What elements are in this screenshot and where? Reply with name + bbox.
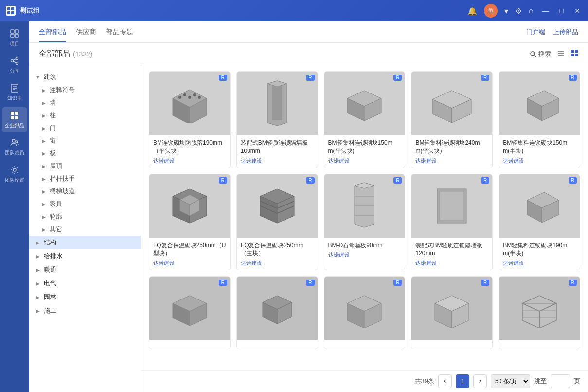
tab-all-parts[interactable]: 全部部品 — [39, 22, 66, 42]
svg-rect-31 — [571, 54, 574, 56]
arrow-railing: ▶ — [41, 176, 47, 182]
part-thumb-9: R — [499, 174, 580, 238]
tree-child-slab[interactable]: ▶ 板 — [37, 147, 141, 160]
part-card-1[interactable]: R 装配式BM轻质连锁隔墙板100mm 达诺建设 — [236, 71, 318, 168]
part-name-1: 装配式BM轻质连锁隔墙板100mm — [241, 139, 314, 155]
arrow-annotation: ▶ — [41, 88, 47, 93]
minimize-button[interactable]: — — [540, 7, 551, 15]
part-card-9[interactable]: R BM轻集料连锁砌块190m m(半块) 达诺建设 — [499, 174, 580, 271]
tree-child-other[interactable]: ▶ 其它 — [37, 223, 141, 236]
part-name-7: BM-D石膏墙板90mm — [328, 242, 401, 250]
part-card-10[interactable]: R — [149, 276, 231, 349]
tab-special[interactable]: 部品专题 — [106, 22, 133, 42]
part-card-8[interactable]: R 装配式BM轻质连锁隔墙板120mm 达诺建设 — [411, 174, 493, 271]
home-icon[interactable]: ⌂ — [529, 6, 534, 15]
tree-item-structure[interactable]: ▶ 结构 — [29, 236, 141, 249]
top-nav: 全部部品 供应商 部品专题 门户端 上传部品 — [29, 21, 588, 43]
tree-item-hvac[interactable]: ▶ 暖通 — [29, 263, 141, 277]
settings-icon[interactable]: ⚙ — [515, 6, 522, 16]
close-button[interactable]: ✕ — [572, 7, 582, 15]
svg-rect-32 — [575, 54, 578, 56]
page-jump-input[interactable] — [551, 374, 570, 388]
next-page-button[interactable]: > — [473, 374, 487, 388]
part-info-5: FQ复合保温砌块250mm（U型块） 达诺建设 — [149, 238, 230, 270]
tab-supplier[interactable]: 供应商 — [76, 22, 96, 42]
list-view-button[interactable] — [557, 49, 565, 59]
arrow-window: ▶ — [41, 138, 47, 144]
sidebar-item-parts[interactable]: 企业部品 — [2, 107, 27, 132]
part-thumb-8: R — [411, 174, 492, 238]
svg-point-24 — [531, 52, 535, 56]
grid-view-button[interactable] — [570, 49, 578, 59]
tree-label-construction: 施工 — [44, 306, 135, 315]
tree-child-stair[interactable]: ▶ 楼梯坡道 — [37, 185, 141, 198]
part-info-7: BM-D石膏墙板90mm 达诺建设 — [324, 238, 405, 262]
part-card-14[interactable]: R — [499, 276, 580, 349]
page-size-select[interactable]: 50 条/页 100 条/页 — [491, 374, 530, 388]
tree-child-door[interactable]: ▶ 门 — [37, 122, 141, 134]
tree-child-profile[interactable]: ▶ 轮廓 — [37, 210, 141, 223]
dropdown-icon[interactable]: ▾ — [504, 6, 508, 16]
svg-point-9 — [11, 60, 14, 62]
part-supplier-2: 达诺建设 — [328, 157, 401, 165]
part-info-11 — [237, 340, 318, 349]
tree-item-construction[interactable]: ▶ 施工 — [29, 304, 141, 317]
sidebar-label-share: 分享 — [10, 68, 19, 75]
part-card-7[interactable]: R — [324, 174, 406, 271]
tree-label-hvac: 暖通 — [44, 265, 135, 274]
part-card-13[interactable]: R — [411, 276, 493, 349]
part-badge-14: R — [569, 280, 577, 286]
label-stair: 楼梯坡道 — [50, 187, 75, 196]
svg-marker-90 — [539, 303, 556, 328]
tree-child-furniture[interactable]: ▶ 家具 — [37, 198, 141, 210]
part-name-0: BM连锁砌块防脱落190mm（平头块） — [153, 139, 226, 155]
maximize-button[interactable]: □ — [558, 7, 566, 15]
notification-icon[interactable]: 🔔 — [467, 6, 477, 16]
tree-item-landscape[interactable]: ▶ 园林 — [29, 290, 141, 304]
sidebar-item-share[interactable]: 分享 — [2, 53, 27, 78]
part-card-6[interactable]: R — [236, 174, 318, 271]
part-info-10 — [149, 340, 230, 349]
tree-item-architecture[interactable]: ▼ 建筑 — [29, 70, 141, 84]
search-button[interactable]: 搜索 — [530, 50, 551, 58]
sidebar-label-project: 项目 — [10, 40, 19, 47]
part-card-5[interactable]: R — [149, 174, 231, 271]
tree-children-architecture: ▶ 注释符号 ▶ 墙 ▶ 柱 ▶ 门 — [29, 84, 141, 236]
part-card-2[interactable]: R BM轻集料连锁砌块150m m(平头块) 达诺建设 — [324, 71, 406, 168]
sidebar-item-team[interactable]: 团队成员 — [2, 134, 27, 160]
svg-rect-17 — [11, 112, 14, 115]
part-card-4[interactable]: R BM轻集料连锁砌块150m m(半块) 达诺建设 — [499, 71, 580, 168]
prev-page-button[interactable]: < — [438, 374, 452, 388]
part-card-3[interactable]: R BM轻集料连锁砌块240m m(平头块) 达诺建设 — [411, 71, 493, 168]
part-badge-5: R — [219, 177, 227, 184]
part-info-8: 装配式BM轻质连锁隔墙板120mm 达诺建设 — [411, 238, 492, 270]
sidebar-item-project[interactable]: 项目 — [2, 25, 27, 51]
svg-rect-4 — [11, 30, 14, 33]
part-badge-12: R — [393, 280, 402, 286]
part-thumb-14: R — [499, 277, 580, 340]
portal-button[interactable]: 门户端 — [526, 28, 545, 37]
tree-child-column[interactable]: ▶ 柱 — [37, 109, 141, 122]
page-unit-label: 页 — [574, 377, 580, 386]
sidebar-item-settings[interactable]: 团队设置 — [2, 162, 27, 187]
part-card-11[interactable]: R — [236, 276, 318, 349]
part-supplier-5: 达诺建设 — [153, 260, 226, 267]
svg-point-36 — [178, 96, 181, 99]
part-card-12[interactable]: R — [324, 276, 406, 349]
sidebar-item-knowledge[interactable]: 知识库 — [2, 80, 27, 105]
user-avatar[interactable]: 鱼 — [484, 4, 498, 18]
arrow-furniture: ▶ — [41, 202, 47, 207]
tree-item-electrical[interactable]: ▶ 电气 — [29, 277, 141, 290]
part-card-0[interactable]: R — [149, 71, 231, 168]
tree-child-railing[interactable]: ▶ 栏杆扶手 — [37, 172, 141, 185]
current-page-button[interactable]: 1 — [456, 374, 469, 388]
tree-child-window[interactable]: ▶ 窗 — [37, 134, 141, 147]
part-badge-3: R — [481, 75, 489, 81]
part-info-6: FQ复合保温砌块250mm（主块） 达诺建设 — [237, 238, 318, 270]
tree-item-plumbing[interactable]: ▶ 给排水 — [29, 249, 141, 263]
tree-child-annotation[interactable]: ▶ 注释符号 — [37, 84, 141, 96]
upload-button[interactable]: 上传部品 — [553, 28, 578, 37]
tree-child-wall[interactable]: ▶ 墙 — [37, 96, 141, 109]
tree-child-roof[interactable]: ▶ 屋顶 — [37, 160, 141, 172]
arrow-door: ▶ — [41, 126, 47, 131]
